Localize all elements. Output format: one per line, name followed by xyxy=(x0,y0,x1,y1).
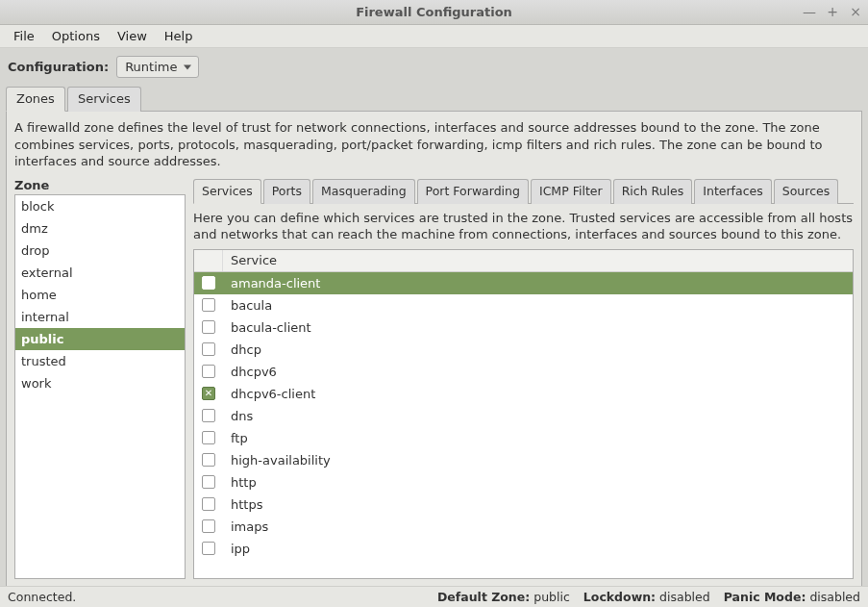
service-row-dns[interactable]: dns xyxy=(194,405,853,427)
service-row-ipp[interactable]: ipp xyxy=(194,538,853,560)
service-checkbox-https[interactable] xyxy=(202,497,215,511)
tab-services[interactable]: Services xyxy=(193,179,261,204)
service-name: ipp xyxy=(223,540,853,558)
service-checkbox-dns[interactable] xyxy=(202,409,215,422)
zone-item-drop[interactable]: drop xyxy=(15,240,185,262)
zone-item-internal[interactable]: internal xyxy=(15,306,185,328)
service-name: high-availability xyxy=(223,451,853,469)
service-name: dhcp xyxy=(223,341,853,359)
status-lockdown: Lockdown: disabled xyxy=(583,590,710,604)
close-icon[interactable]: × xyxy=(847,3,864,20)
config-row: Configuration: Runtime xyxy=(0,48,868,86)
tab-services-outer[interactable]: Services xyxy=(67,87,141,112)
services-description: Here you can define which services are t… xyxy=(193,210,854,243)
service-checkbox-amanda-client[interactable] xyxy=(202,276,215,290)
service-checkbox-ftp[interactable] xyxy=(202,431,215,444)
service-row-bacula[interactable]: bacula xyxy=(194,294,853,316)
service-checkbox-bacula-client[interactable] xyxy=(202,320,215,334)
tab-interfaces[interactable]: Interfaces xyxy=(694,179,771,204)
zones-content: Zone blockdmzdropexternalhomeinternalpub… xyxy=(14,178,854,579)
menu-help[interactable]: Help xyxy=(157,26,201,46)
tab-icmp-filter[interactable]: ICMP Filter xyxy=(531,179,611,204)
service-name: bacula xyxy=(223,296,853,315)
service-header-name: Service xyxy=(223,250,853,270)
config-selected: Runtime xyxy=(125,60,177,74)
titlebar: Firewall Configuration — + × xyxy=(0,0,868,25)
services-panel: Here you can define which services are t… xyxy=(193,204,854,579)
service-name: dhcpv6-client xyxy=(223,385,853,403)
window-title: Firewall Configuration xyxy=(356,5,512,19)
service-name: amanda-client xyxy=(223,274,853,292)
service-name: https xyxy=(223,495,853,514)
zone-list[interactable]: blockdmzdropexternalhomeinternalpublictr… xyxy=(14,194,186,579)
service-header-checkbox-col xyxy=(194,250,223,271)
zone-description: A firewalld zone defines the level of tr… xyxy=(14,119,854,170)
status-default-zone: Default Zone: public xyxy=(437,590,570,604)
config-label: Configuration: xyxy=(8,60,109,74)
zone-detail-column: Services Ports Masquerading Port Forward… xyxy=(193,178,854,579)
service-row-dhcpv6-client[interactable]: dhcpv6-client xyxy=(194,383,853,405)
zone-column: Zone blockdmzdropexternalhomeinternalpub… xyxy=(14,178,186,579)
tab-port-forwarding[interactable]: Port Forwarding xyxy=(417,179,529,204)
status-right: Default Zone: public Lockdown: disabled … xyxy=(437,590,860,604)
service-table: Service amanda-clientbaculabacula-client… xyxy=(193,249,854,579)
inner-tabs: Services Ports Masquerading Port Forward… xyxy=(193,178,854,204)
zone-item-home[interactable]: home xyxy=(15,284,185,306)
zone-item-block[interactable]: block xyxy=(15,195,185,217)
window-controls: — + × xyxy=(801,3,864,20)
tab-sources[interactable]: Sources xyxy=(774,179,838,204)
zone-item-public[interactable]: public xyxy=(15,328,185,350)
service-header: Service xyxy=(194,250,853,272)
tab-rich-rules[interactable]: Rich Rules xyxy=(613,179,693,204)
service-name: imaps xyxy=(223,518,853,536)
menu-view[interactable]: View xyxy=(110,26,155,46)
status-panic: Panic Mode: disabled xyxy=(724,590,860,604)
service-rows[interactable]: amanda-clientbaculabacula-clientdhcpdhcp… xyxy=(194,272,853,578)
service-name: ftp xyxy=(223,429,853,447)
statusbar: Connected. Default Zone: public Lockdown… xyxy=(0,586,868,607)
minimize-icon[interactable]: — xyxy=(801,3,818,20)
service-checkbox-bacula[interactable] xyxy=(202,298,215,312)
menu-options[interactable]: Options xyxy=(44,26,108,46)
config-dropdown[interactable]: Runtime xyxy=(116,56,199,78)
service-row-http[interactable]: http xyxy=(194,471,853,493)
zone-heading: Zone xyxy=(14,178,186,192)
service-row-ftp[interactable]: ftp xyxy=(194,427,853,449)
service-checkbox-high-availability[interactable] xyxy=(202,453,215,467)
service-row-dhcp[interactable]: dhcp xyxy=(194,339,853,361)
service-name: dns xyxy=(223,407,853,425)
menu-file[interactable]: File xyxy=(6,26,42,46)
service-checkbox-dhcp[interactable] xyxy=(202,342,215,356)
zone-item-work[interactable]: work xyxy=(15,372,185,394)
service-checkbox-dhcpv6[interactable] xyxy=(202,365,215,378)
service-checkbox-ipp[interactable] xyxy=(202,542,215,555)
outer-tabs: Zones Services xyxy=(6,86,862,112)
zone-item-external[interactable]: external xyxy=(15,262,185,284)
zones-panel: A firewalld zone defines the level of tr… xyxy=(6,112,862,588)
service-row-amanda-client[interactable]: amanda-client xyxy=(194,272,853,294)
tab-zones[interactable]: Zones xyxy=(6,87,65,112)
zone-item-dmz[interactable]: dmz xyxy=(15,217,185,240)
service-row-dhcpv6[interactable]: dhcpv6 xyxy=(194,361,853,383)
service-row-bacula-client[interactable]: bacula-client xyxy=(194,316,853,339)
service-name: dhcpv6 xyxy=(223,363,853,381)
tab-masquerading[interactable]: Masquerading xyxy=(312,179,415,204)
menubar: File Options View Help xyxy=(0,25,868,48)
service-name: http xyxy=(223,473,853,492)
maximize-icon[interactable]: + xyxy=(824,3,841,20)
service-name: bacula-client xyxy=(223,318,853,337)
service-row-imaps[interactable]: imaps xyxy=(194,516,853,538)
service-checkbox-http[interactable] xyxy=(202,475,215,489)
zone-item-trusted[interactable]: trusted xyxy=(15,350,185,372)
service-checkbox-imaps[interactable] xyxy=(202,519,215,533)
service-row-https[interactable]: https xyxy=(194,493,853,516)
service-checkbox-dhcpv6-client[interactable] xyxy=(202,387,215,400)
status-connected: Connected. xyxy=(8,590,76,604)
service-row-high-availability[interactable]: high-availability xyxy=(194,449,853,471)
tab-ports[interactable]: Ports xyxy=(263,179,310,204)
